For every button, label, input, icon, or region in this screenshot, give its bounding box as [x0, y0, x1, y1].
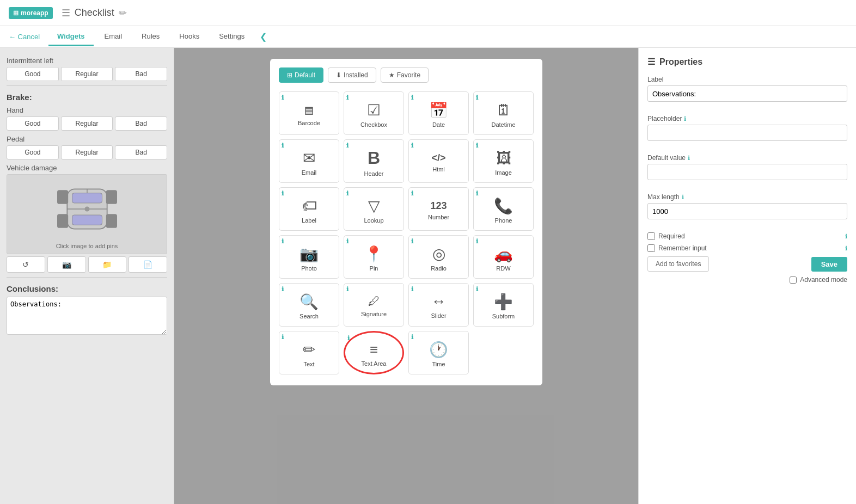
widget-datetime[interactable]: ℹ 🗓 Datetime: [473, 91, 534, 135]
widget-label[interactable]: ℹ 🏷 Label: [279, 187, 339, 231]
save-button[interactable]: Save: [811, 257, 847, 272]
default-value-input[interactable]: [647, 164, 847, 180]
photo-label: Photo: [301, 265, 317, 272]
widget-header[interactable]: ℹ B Header: [344, 139, 404, 183]
label-input[interactable]: [647, 85, 847, 102]
barcode-label: Barcode: [298, 120, 320, 126]
max-length-input[interactable]: [647, 203, 847, 219]
advanced-mode-checkbox[interactable]: [790, 276, 797, 284]
header-info[interactable]: ℹ: [346, 142, 348, 149]
number-info[interactable]: ℹ: [411, 190, 413, 197]
refresh-icon-btn[interactable]: ↺: [7, 256, 45, 273]
widget-time[interactable]: ℹ 🕐 Time: [408, 331, 469, 374]
pedal-bad-btn[interactable]: Bad: [115, 145, 167, 159]
widget-subform[interactable]: ℹ ➕ Subform: [473, 283, 534, 327]
intermittent-regular-btn[interactable]: Regular: [61, 67, 113, 81]
default-value-info-icon[interactable]: ℹ: [688, 155, 690, 162]
tab-hooks[interactable]: Hooks: [170, 28, 208, 46]
widget-checkbox[interactable]: ℹ ☑ Checkbox: [344, 91, 404, 135]
widget-tab-favorite[interactable]: ★ Favorite: [381, 67, 429, 83]
html-icon: </>: [431, 152, 445, 164]
widget-phone[interactable]: ℹ 📞 Phone: [473, 187, 534, 231]
tab-widgets[interactable]: Widgets: [48, 28, 93, 46]
radio-icon: ◎: [432, 245, 445, 263]
widget-textarea[interactable]: ℹ ≡ Text Area: [344, 331, 404, 374]
add-to-favorites-button[interactable]: Add to favorites: [647, 256, 709, 272]
remember-input-info-icon[interactable]: ℹ: [845, 245, 847, 252]
required-checkbox[interactable]: [647, 232, 655, 240]
edit-icon[interactable]: ✏: [119, 7, 127, 19]
collapse-button[interactable]: ❮: [260, 32, 267, 42]
text-label: Text: [303, 361, 314, 367]
html-info[interactable]: ℹ: [411, 142, 413, 149]
checkbox-info[interactable]: ℹ: [346, 94, 348, 101]
widget-lookup[interactable]: ℹ ▽ Lookup: [344, 187, 404, 231]
datetime-info[interactable]: ℹ: [476, 94, 478, 101]
textarea-info[interactable]: ℹ: [347, 335, 350, 342]
widget-radio[interactable]: ℹ ◎ Radio: [408, 235, 469, 279]
observations-textarea[interactable]: Observations:: [7, 297, 167, 335]
text-icon: ✏: [303, 341, 315, 359]
image-info[interactable]: ℹ: [476, 142, 478, 149]
brake-title: Brake:: [7, 93, 167, 102]
hand-regular-btn[interactable]: Regular: [61, 116, 113, 131]
time-info[interactable]: ℹ: [411, 334, 413, 341]
lookup-info[interactable]: ℹ: [346, 190, 348, 197]
intermittent-bad-btn[interactable]: Bad: [115, 67, 167, 81]
hand-good-btn[interactable]: Good: [7, 116, 59, 131]
logo[interactable]: ⊞ moreapp: [9, 7, 53, 19]
slider-info[interactable]: ℹ: [411, 286, 413, 293]
widget-number[interactable]: ℹ 123 Number: [408, 187, 469, 231]
email-info[interactable]: ℹ: [282, 142, 284, 149]
phone-info[interactable]: ℹ: [476, 190, 478, 197]
camera-icon-btn[interactable]: 📷: [47, 256, 86, 273]
widget-signature[interactable]: ℹ 🖊 Signature: [344, 283, 404, 327]
max-length-info-icon[interactable]: ℹ: [682, 194, 684, 201]
required-row: Required ℹ: [647, 232, 847, 240]
search-info[interactable]: ℹ: [282, 286, 284, 293]
required-info-icon[interactable]: ℹ: [845, 233, 847, 240]
barcode-info[interactable]: ℹ: [282, 94, 284, 101]
lookup-label: Lookup: [364, 217, 383, 224]
rdw-info[interactable]: ℹ: [476, 238, 478, 245]
widget-text[interactable]: ℹ ✏ Text: [279, 331, 339, 374]
document-icon-btn[interactable]: 📄: [129, 256, 167, 273]
widget-html[interactable]: ℹ </> Html: [408, 139, 469, 183]
widget-slider[interactable]: ℹ ↔ Slider: [408, 283, 469, 327]
placeholder-input[interactable]: [647, 125, 847, 141]
widget-pin[interactable]: ℹ 📍 Pin: [344, 235, 404, 279]
widget-tab-installed[interactable]: ⬇ Installed: [328, 67, 376, 83]
widget-tab-default[interactable]: ⊞ Default: [279, 67, 323, 83]
widget-date[interactable]: ℹ 📅 Date: [408, 91, 469, 135]
widget-search[interactable]: ℹ 🔍 Search: [279, 283, 339, 327]
signature-info[interactable]: ℹ: [346, 286, 348, 293]
photo-info[interactable]: ℹ: [282, 238, 284, 245]
remember-input-checkbox[interactable]: [647, 244, 655, 252]
tab-settings[interactable]: Settings: [210, 28, 253, 46]
pedal-good-btn[interactable]: Good: [7, 145, 59, 159]
installed-icon: ⬇: [336, 71, 341, 79]
vehicle-image-container[interactable]: Click image to add pins: [7, 174, 167, 254]
radio-info[interactable]: ℹ: [411, 238, 413, 245]
svg-rect-1: [72, 193, 102, 203]
datetime-icon: 🗓: [496, 101, 511, 119]
text-info[interactable]: ℹ: [282, 334, 284, 341]
tab-email[interactable]: Email: [96, 28, 131, 46]
subform-info[interactable]: ℹ: [476, 286, 478, 293]
tab-rules[interactable]: Rules: [133, 28, 168, 46]
widget-email[interactable]: ℹ ✉ Email: [279, 139, 339, 183]
widget-image[interactable]: ℹ 🖼 Image: [473, 139, 534, 183]
label-info[interactable]: ℹ: [282, 190, 284, 197]
cancel-button[interactable]: ← Cancel: [9, 33, 40, 41]
hand-bad-btn[interactable]: Bad: [115, 116, 167, 131]
photo-icon: 📷: [299, 245, 319, 263]
folder-icon-btn[interactable]: 📁: [88, 256, 127, 273]
widget-rdw[interactable]: ℹ 🚗 RDW: [473, 235, 534, 279]
date-info[interactable]: ℹ: [411, 94, 413, 101]
pedal-regular-btn[interactable]: Regular: [61, 145, 113, 159]
widget-photo[interactable]: ℹ 📷 Photo: [279, 235, 339, 279]
widget-barcode[interactable]: ℹ ▤ Barcode: [279, 91, 339, 135]
pin-info[interactable]: ℹ: [346, 238, 348, 245]
placeholder-info-icon[interactable]: ℹ: [684, 115, 686, 122]
intermittent-good-btn[interactable]: Good: [7, 67, 59, 81]
